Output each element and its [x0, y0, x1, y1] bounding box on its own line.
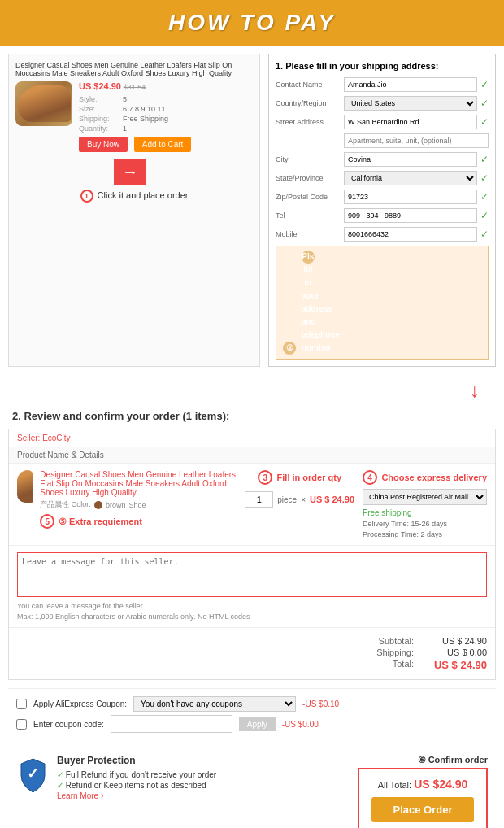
coupon-select[interactable]: You don't have any coupons	[133, 696, 296, 712]
col-product: Product Name & Details	[17, 451, 487, 460]
main-content: Designer Casual Shoes Men Genuine Leathe…	[0, 46, 504, 828]
all-total-value: US $24.90	[414, 778, 467, 791]
coupon-code-discount: -US $0.00	[282, 720, 319, 729]
svg-text:✓: ✓	[27, 765, 39, 782]
totals-section: Subtotal: US $ 24.90 Shipping: US $ 0.00…	[9, 628, 495, 679]
learn-more-link[interactable]: Learn More ›	[57, 791, 103, 800]
coupon-checkbox[interactable]	[16, 699, 27, 709]
page-header: HOW TO PAY	[0, 0, 504, 46]
confirm-section: ✓ Buyer Protection Full Refund if you do…	[8, 747, 496, 828]
color-dot	[94, 501, 102, 509]
down-arrow-container: ↓	[8, 379, 496, 402]
mobile-input[interactable]	[344, 227, 477, 242]
confirm-step-label: ⑥ Confirm order	[358, 755, 488, 765]
address-title: 1. Please fill in your shipping address:	[276, 61, 489, 71]
qty-annotation: Fill in order qty	[277, 473, 341, 482]
apartment-input[interactable]	[344, 133, 489, 148]
qty-price: US $ 24.90	[310, 495, 354, 504]
subtotal-row: Subtotal: US $ 24.90	[17, 636, 487, 646]
city-input[interactable]	[344, 152, 477, 167]
coupon-code-checkbox[interactable]	[16, 719, 27, 730]
country-select[interactable]: United States	[344, 96, 477, 111]
qty-unit: piece	[277, 495, 297, 504]
product-price: US $24.90	[79, 81, 121, 91]
street-address-input[interactable]	[344, 115, 477, 129]
total-value: US $ 24.90	[430, 659, 487, 671]
order-prod-attr: 产品属性 Color: brown Shoe	[40, 499, 237, 510]
coupon-label: Apply AliExpress Coupon:	[33, 699, 127, 708]
prod-shipping: Free Shipping	[123, 115, 168, 123]
delivery-section: 4 Choose express delivery China Post Reg…	[363, 470, 487, 538]
address-note: ② Pls fill in your address and telephone…	[276, 246, 489, 360]
buy-now-button[interactable]: Buy Now	[79, 137, 128, 152]
coupon-code-label: Enter coupon code:	[33, 720, 104, 729]
qty-input[interactable]	[245, 491, 273, 508]
total-row: Total: US $ 24.90	[17, 659, 487, 671]
step2-title: 2. Review and confirm your order (1 item…	[8, 410, 496, 422]
coupon-section: Apply AliExpress Coupon: You don't have …	[8, 688, 496, 740]
place-order-button[interactable]: Place Order	[371, 797, 474, 822]
buyer-protection: ✓ Buyer Protection Full Refund if you do…	[16, 755, 345, 800]
order-detail-row: Designer Causal Shoes Men Genuine Leathe…	[9, 464, 495, 546]
order-prod-name: Designer Causal Shoes Men Genuine Leathe…	[40, 470, 237, 497]
extra-req-annotation: ⑤ Extra requiement	[59, 516, 142, 526]
delivery-time: Delivery Time: 15-26 days	[363, 520, 487, 528]
order-arrow: →	[114, 159, 146, 185]
product-title: Designer Casual Shoes Men Genuine Leathe…	[15, 61, 253, 77]
coupon-discount: -US $0.10	[302, 699, 339, 708]
order-table: Seller: EcoCity Product Name & Details D…	[8, 429, 496, 680]
subtotal-value: US $ 24.90	[430, 636, 487, 646]
order-prod-info: Designer Causal Shoes Men Genuine Leathe…	[40, 470, 237, 538]
product-original-price: $31.54	[124, 83, 146, 91]
product-image-row: US $24.90 $31.54 Style:5 Size:6 7 8 9 10…	[15, 81, 253, 152]
order-product-image	[17, 470, 33, 503]
order-product: Designer Causal Shoes Men Genuine Leathe…	[17, 470, 237, 538]
apply-coupon-button[interactable]: Apply	[239, 717, 276, 731]
free-shipping-label: Free shipping	[363, 508, 487, 517]
seller-row: Seller: EcoCity	[9, 429, 495, 447]
product-card: Designer Casual Shoes Men Genuine Leathe…	[8, 54, 260, 367]
extra-req-section: You can leave a message for the seller. …	[9, 546, 495, 628]
shoe-shape	[18, 85, 71, 122]
buyer-protection-text: Buyer Protection Full Refund if you don'…	[57, 755, 216, 800]
bp-title: Buyer Protection	[57, 755, 216, 766]
prod-style: 5	[123, 95, 127, 103]
shipping-value: US $ 0.00	[430, 647, 487, 657]
contact-name-input[interactable]	[344, 77, 477, 92]
step1-label: 1 Click it and place order	[15, 190, 253, 203]
down-arrow-icon: ↓	[470, 379, 480, 401]
product-fields: Style:5 Size:6 7 8 9 10 11 Shipping:Free…	[79, 95, 253, 133]
step1-area: Designer Casual Shoes Men Genuine Leathe…	[8, 54, 496, 367]
step1-text: Click it and place order	[98, 190, 189, 200]
processing-time: Processing Time: 2 days	[363, 530, 487, 538]
shield-icon: ✓	[16, 755, 49, 795]
confirm-box: All Total: US $24.90 Place Order	[358, 768, 488, 828]
product-details: US $24.90 $31.54 Style:5 Size:6 7 8 9 10…	[79, 81, 253, 152]
address-form: 1. Please fill in your shipping address:…	[268, 54, 496, 367]
bp-item1: Full Refund if you don't receive your or…	[57, 770, 216, 779]
bp-item2: Refund or Keep items not as described	[57, 781, 216, 790]
product-image	[15, 81, 72, 126]
state-select[interactable]: California	[344, 171, 477, 185]
zip-input[interactable]	[344, 190, 477, 204]
qty-section: 3 Fill in order qty piece × US $ 24.90	[245, 470, 354, 538]
delivery-annotation: Choose express delivery	[381, 473, 487, 482]
tel-input[interactable]	[344, 208, 477, 223]
message-hint: You can leave a message for the seller.	[17, 602, 487, 610]
qty-delivery-section: 3 Fill in order qty piece × US $ 24.90 4…	[245, 470, 487, 538]
message-max: Max: 1,000 English characters or Arabic …	[17, 612, 487, 621]
add-to-cart-button[interactable]: Add to Cart	[134, 137, 192, 152]
shipping-row: Shipping: US $ 0.00	[17, 647, 487, 657]
delivery-select[interactable]: China Post Registered Air Mail	[363, 489, 487, 505]
coupon-code-input[interactable]	[111, 715, 232, 733]
prod-size: 6 7 8 9 10 11	[123, 105, 166, 113]
message-textarea[interactable]	[17, 552, 487, 597]
prod-qty: 1	[123, 124, 127, 133]
page-title: HOW TO PAY	[0, 10, 504, 36]
